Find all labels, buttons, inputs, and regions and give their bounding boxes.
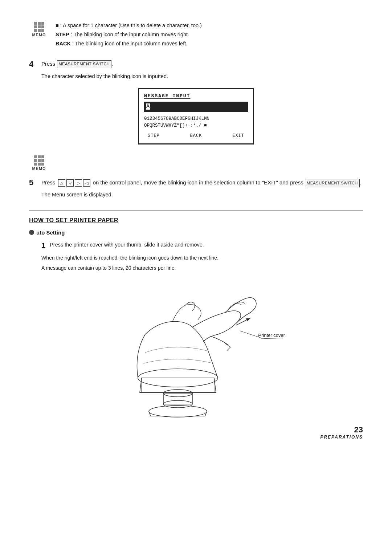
step-5-block: 5 Press △ ▽ ▷ ◁ on the control panel, mo…: [29, 178, 363, 199]
memo-line-2: STEP : The blinking icon of the input co…: [56, 31, 363, 39]
screen-step-btn: STEP: [148, 133, 160, 138]
memo-section-2: MEMO: [29, 155, 363, 171]
screen-title: MESSAGE INPUT: [144, 93, 248, 99]
measurement-switch-key-2: MEASUREMENT SWITCH: [305, 179, 360, 187]
page-footer: 23 PREPARATIONS: [320, 425, 363, 440]
notes-area: When the right/left end is reached, the …: [41, 254, 363, 273]
illustration-wrapper: Printer cover: [29, 280, 363, 418]
screen-char-row-1: 0123456789ABCDEFGHIJKLMN OPQRSTUVWXYZ"[]…: [144, 115, 248, 129]
note-2: A message can contain up to 3 lines, 20 …: [41, 264, 363, 273]
page-number: 23: [320, 425, 363, 435]
arrow-down: ▽: [66, 179, 74, 187]
strikethrough-text: reached, the blinking icon: [99, 255, 157, 261]
section-heading: HOW TO SET PRINTER PAPER: [29, 217, 363, 224]
arrow-right: ▷: [75, 179, 82, 187]
step-4-header: 4 Press MEASUREMENT SWITCH.: [29, 60, 363, 69]
screen-buttons: STEP BACK EXIT: [144, 133, 248, 138]
step-1-block: 1 Press the printer cover with your thum…: [41, 241, 363, 250]
screen-input-area: A: [144, 102, 248, 112]
control-arrows: △ ▽ ▷ ◁: [58, 179, 90, 187]
screen-wrapper: MESSAGE INPUT A 0123456789ABCDEFGHIJKLMN…: [29, 88, 363, 145]
strikethrough-text-2: 20: [126, 265, 131, 271]
memo-grid-icon-2: [34, 155, 44, 166]
section-divider: [29, 210, 363, 211]
printer-cover-label: Printer cover: [258, 333, 285, 338]
memo-grid-icon: [34, 22, 44, 32]
step-4-text: Press MEASUREMENT SWITCH.: [41, 60, 363, 68]
memo-line-3: BACK : The blinking icon of the input co…: [56, 40, 363, 48]
auto-setting-subheading: uto Setting: [29, 229, 363, 236]
footer-section-label: PREPARATIONS: [320, 435, 363, 440]
step-4-note: The character selected by the blinking i…: [41, 72, 363, 81]
note-1: When the right/left end is reached, the …: [41, 254, 363, 262]
memo-section-1: MEMO ■ : A space for 1 character (Use th…: [29, 22, 363, 49]
step-4-block: 4 Press MEASUREMENT SWITCH. The characte…: [29, 60, 363, 81]
step-5-header: 5 Press △ ▽ ▷ ◁ on the control panel, mo…: [29, 178, 363, 187]
step-5-number: 5: [29, 178, 36, 187]
bullet-circle: [29, 230, 34, 235]
arrow-up: △: [58, 179, 65, 187]
step-1-line: 1 Press the printer cover with your thum…: [41, 241, 363, 250]
memo-line-1: ■ : A space for 1 character (Use this to…: [56, 22, 363, 30]
step-5-text: Press △ ▽ ▷ ◁ on the control panel, move…: [41, 178, 361, 187]
memo-content-1: ■ : A space for 1 character (Use this to…: [56, 22, 363, 49]
step-5-note: The Menu screen is displayed.: [41, 191, 363, 199]
step-1-text: Press the printer cover with your thumb,…: [50, 241, 204, 249]
screen-exit-btn: EXIT: [232, 133, 244, 138]
memo-icon-1: MEMO: [29, 22, 49, 37]
svg-point-5: [149, 406, 207, 417]
memo-icon-2: MEMO: [29, 155, 49, 171]
printer-illustration: Printer cover: [105, 280, 287, 418]
memo-label-1: MEMO: [32, 33, 46, 37]
screen-back-btn: BACK: [190, 133, 202, 138]
screen-cursor-char: A: [146, 103, 150, 110]
sub-heading-text: uto Setting: [36, 229, 65, 236]
memo-label-2: MEMO: [32, 166, 46, 171]
printer-svg: [105, 280, 287, 418]
measurement-switch-key-1: MEASUREMENT SWITCH: [57, 60, 112, 68]
svg-rect-3: [163, 393, 192, 404]
step-4-number: 4: [29, 60, 36, 69]
message-input-screen: MESSAGE INPUT A 0123456789ABCDEFGHIJKLMN…: [138, 88, 254, 145]
step-1-number: 1: [41, 241, 45, 250]
arrow-left: ◁: [83, 179, 90, 187]
